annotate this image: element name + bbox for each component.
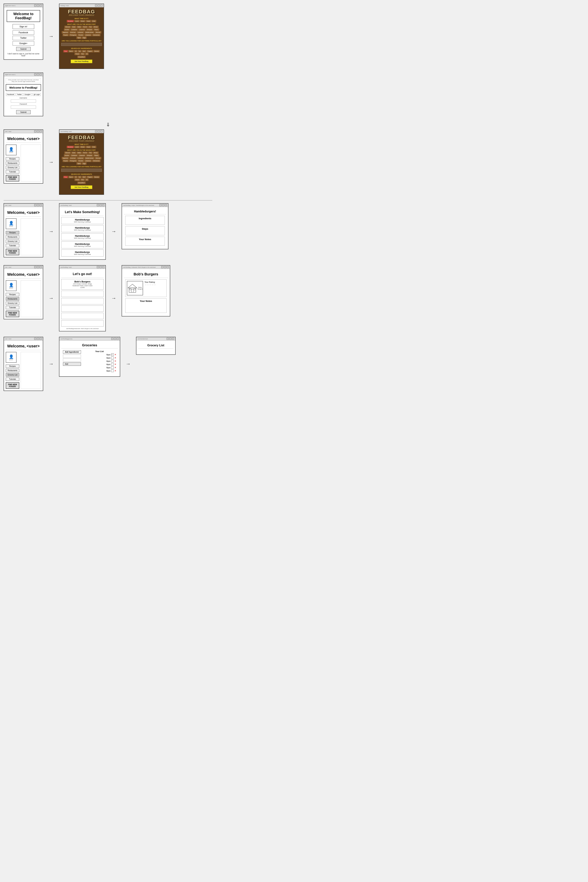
rd-min[interactable] — [159, 204, 162, 206]
grocery-checkbox-3[interactable] — [111, 360, 114, 362]
chip-another[interactable]: Another — [64, 29, 70, 31]
rl-min[interactable] — [97, 204, 99, 206]
ing-flower[interactable]: Flower — [75, 53, 80, 55]
chip-tapas[interactable]: Tapas — [76, 36, 82, 39]
recipe-item-2[interactable]: Hambledurgs With Manning Coleslaw — [61, 225, 104, 232]
google-button[interactable]: Google+ — [13, 41, 34, 45]
restd-close[interactable] — [166, 266, 169, 268]
ing2-flour[interactable]: Flour — [63, 176, 68, 178]
nav-recipes-rest[interactable]: Recipes — [6, 293, 19, 296]
chip-african[interactable]: African — [93, 26, 99, 28]
cuisine-amer-2[interactable]: American — [69, 157, 76, 159]
d2-max[interactable] — [37, 130, 39, 132]
nav-restaurants-r[interactable]: Restaurants — [6, 235, 19, 239]
recipe-item-1[interactable]: Hambledurgs With Manning Coleslaw — [61, 217, 104, 224]
chip-snack[interactable]: Snack — [86, 20, 91, 22]
tw-close[interactable] — [172, 338, 174, 340]
chip-popular[interactable]: Popular — [63, 34, 69, 36]
grocery-delete-1[interactable]: ✕ — [114, 353, 116, 356]
ing2-oil[interactable]: Oil — [74, 176, 78, 178]
gg-social[interactable]: Google+ — [24, 93, 32, 96]
git-social[interactable]: git Login — [33, 93, 41, 96]
ing-oil2[interactable]: Oil — [85, 53, 88, 55]
find-foods-r[interactable]: FIND NEWFOODS! — [6, 249, 19, 255]
dr-min[interactable] — [34, 204, 36, 206]
login-min[interactable] — [34, 74, 36, 76]
recipe-item-3[interactable]: Hambledurgs With Manning Coleslaw — [61, 233, 104, 240]
particular-input[interactable] — [61, 43, 102, 46]
ing2-banana[interactable]: Banana — [93, 176, 100, 178]
chip-french[interactable]: French — [82, 26, 88, 28]
cuisine-med-2[interactable]: Mediterranean — [85, 157, 94, 159]
ing2-flower[interactable]: Flower — [75, 179, 80, 181]
grocery-delete-6[interactable]: ✕ — [114, 370, 116, 372]
cuisine-italian-2[interactable]: Italian — [76, 152, 82, 154]
chip-mexican2[interactable]: Mexican — [95, 31, 101, 33]
restaurant-item-6[interactable] — [61, 320, 104, 326]
restl-max[interactable] — [99, 266, 102, 268]
no-signin-link[interactable]: I don't want to sign in, just find me so… — [7, 53, 40, 57]
chip-drink[interactable]: Drink — [92, 20, 96, 22]
nav-tutorials-r[interactable]: Tutorials — [6, 244, 19, 247]
grocery-checkbox-5[interactable] — [111, 366, 114, 369]
cuisine-leb-2[interactable]: Lebanese — [78, 154, 86, 156]
chip-lebanese2[interactable]: Lebanese — [77, 31, 84, 33]
nav-recipes-r[interactable]: Recipes — [6, 231, 19, 234]
find-foods-g[interactable]: FIND NEWFOODS! — [6, 382, 19, 389]
chip-dinner-2[interactable]: Dinner — [80, 146, 86, 148]
nav-recipes-2[interactable]: Recipes — [6, 157, 19, 161]
cuisine-pop-2[interactable]: Popular — [63, 160, 69, 162]
ing-flour[interactable]: Flour — [63, 50, 68, 53]
nav-tutorials-2[interactable]: Tutorials — [6, 170, 19, 174]
cuisine-fil-2[interactable]: Filipino — [93, 154, 99, 156]
chip-russian[interactable]: Russian — [78, 34, 84, 36]
cuisine-african-2[interactable]: African — [93, 152, 99, 154]
get-feedbag-button[interactable]: Get Your Feedbag — [71, 60, 92, 63]
cuisine-tapas-2[interactable]: Tapas — [76, 162, 82, 165]
rl-close[interactable] — [102, 204, 104, 206]
ing2-bacon[interactable]: Bacon — [68, 176, 74, 178]
ing-oil[interactable]: Oil — [74, 50, 78, 53]
chip-ethiopian[interactable]: Ethiopian — [86, 29, 93, 31]
fb2-close[interactable] — [100, 130, 102, 132]
chip-lunch-2[interactable]: Lunch — [74, 146, 80, 148]
nav-restaurants-rest[interactable]: Restaurants — [6, 297, 19, 301]
rating-stars[interactable]: ☆☆☆☆☆ — [144, 283, 156, 286]
tw-social[interactable]: Twitter — [16, 93, 23, 96]
nav-tutorials-g[interactable]: Tutorials — [6, 377, 19, 381]
recipe-item-4[interactable]: Hambledurgs With Manning Coleslaw — [61, 241, 104, 248]
chip-mexican[interactable]: Mexican — [64, 26, 71, 28]
d2-min[interactable] — [34, 130, 36, 132]
ing-bacon[interactable]: Bacon — [68, 50, 74, 53]
fb-social[interactable]: Facebook — [6, 93, 15, 96]
recipe-item-5[interactable]: Hambledurgs With Manning Coleslaw — [61, 249, 104, 257]
chip-lunch[interactable]: Lunch — [74, 20, 80, 22]
dr-close[interactable] — [40, 204, 42, 206]
cuisine-jap-2[interactable]: Japanese — [62, 157, 69, 159]
cuisine-another-2[interactable]: Another — [64, 154, 70, 156]
dg-min[interactable] — [34, 338, 36, 340]
submit-button[interactable]: Submit — [16, 47, 31, 51]
fb-close-1[interactable] — [100, 5, 102, 7]
chip-american[interactable]: American — [69, 31, 76, 33]
cuisine-eth-2[interactable]: Ethiopian — [86, 154, 93, 156]
grocery-input-1[interactable] — [63, 355, 81, 358]
grocery-input-2[interactable] — [63, 358, 81, 362]
nav-grocery-rest[interactable]: Grocery List — [6, 302, 19, 305]
ing-peppers[interactable]: Peppers — [87, 50, 93, 53]
chip-lebanese[interactable]: Lebanese — [78, 29, 86, 31]
grocery-delete-4[interactable]: ✕ — [114, 363, 116, 365]
grocery-delete-2[interactable]: ✕ — [114, 356, 116, 359]
ing2-peppers[interactable]: Peppers — [87, 176, 93, 178]
cuisine-leb3-2[interactable]: Lebanese — [84, 160, 92, 162]
grocery-checkbox-2[interactable] — [111, 356, 114, 359]
signin-button[interactable]: Sign in! — [13, 24, 34, 29]
dr-max[interactable] — [37, 204, 39, 206]
nav-restaurants-g[interactable]: Restaurants — [6, 369, 19, 372]
d2-close[interactable] — [40, 130, 42, 132]
password-input[interactable] — [11, 105, 36, 109]
gw-max[interactable] — [114, 338, 116, 340]
ing2-beef[interactable]: Beef — [82, 176, 86, 178]
ing-nut[interactable]: Nut — [78, 50, 81, 53]
chip-caribbean[interactable]: Caribbean — [70, 29, 78, 31]
